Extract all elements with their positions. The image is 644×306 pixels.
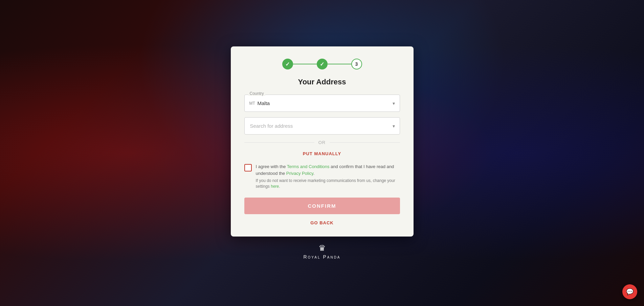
confirm-button[interactable]: CONFIRM	[244, 198, 400, 214]
page-title: Your Address	[244, 78, 400, 86]
country-select-wrapper[interactable]: MT Malta ▾	[244, 95, 400, 112]
terms-text: I agree with the Terms and Conditions an…	[256, 163, 400, 177]
address-search-input[interactable]: Search for address	[245, 118, 400, 134]
agree-text-3: .	[313, 171, 315, 176]
country-label: Country	[248, 91, 265, 96]
step-3-label: 3	[355, 61, 358, 67]
step-2-check	[320, 61, 324, 67]
terms-checkbox-area: I agree with the Terms and Conditions an…	[244, 163, 400, 189]
address-dropdown-wrapper[interactable]: Search for address ▾	[244, 117, 400, 135]
bottom-logo: ♛ Royal Panda	[303, 243, 340, 260]
chat-button[interactable]: 💬	[622, 284, 637, 299]
agree-text-1: I agree with the	[256, 164, 287, 169]
modal: 3 Your Address Country MT Malta ▾ Search…	[231, 46, 414, 237]
step-3: 3	[351, 59, 362, 69]
go-back-container: GO BACK	[244, 220, 400, 226]
step-1-check	[285, 61, 290, 67]
go-back-link[interactable]: GO BACK	[310, 220, 333, 225]
terms-text-block: I agree with the Terms and Conditions an…	[256, 163, 400, 189]
terms-checkbox[interactable]	[244, 164, 252, 171]
or-line-right	[330, 142, 400, 143]
put-manually-container: PUT MANUALLY	[244, 150, 400, 157]
country-field-group: Country MT Malta ▾	[244, 95, 400, 112]
address-field-group: Search for address ▾	[244, 117, 400, 135]
step-1	[282, 59, 293, 69]
marketing-text-end: .	[279, 184, 280, 189]
chat-icon: 💬	[626, 288, 634, 295]
country-select[interactable]: Malta	[245, 95, 400, 111]
put-manually-link[interactable]: PUT MANUALLY	[303, 151, 341, 156]
or-line-left	[244, 142, 314, 143]
terms-link[interactable]: Terms and Conditions	[287, 164, 330, 169]
logo-crown-icon: ♛	[318, 243, 326, 253]
marketing-text: If you do not want to receive marketing …	[256, 178, 400, 189]
stepper: 3	[244, 59, 400, 69]
step-line-1	[293, 64, 317, 64]
step-2	[317, 59, 328, 69]
here-link[interactable]: here	[271, 184, 279, 189]
logo-text: Royal Panda	[303, 254, 340, 260]
privacy-link[interactable]: Privacy Policy	[286, 171, 313, 176]
or-text: OR	[318, 140, 326, 145]
or-divider: OR	[244, 140, 400, 145]
address-placeholder: Search for address	[250, 123, 293, 129]
main-overlay: 3 Your Address Country MT Malta ▾ Search…	[0, 0, 644, 306]
step-line-2	[328, 64, 351, 64]
